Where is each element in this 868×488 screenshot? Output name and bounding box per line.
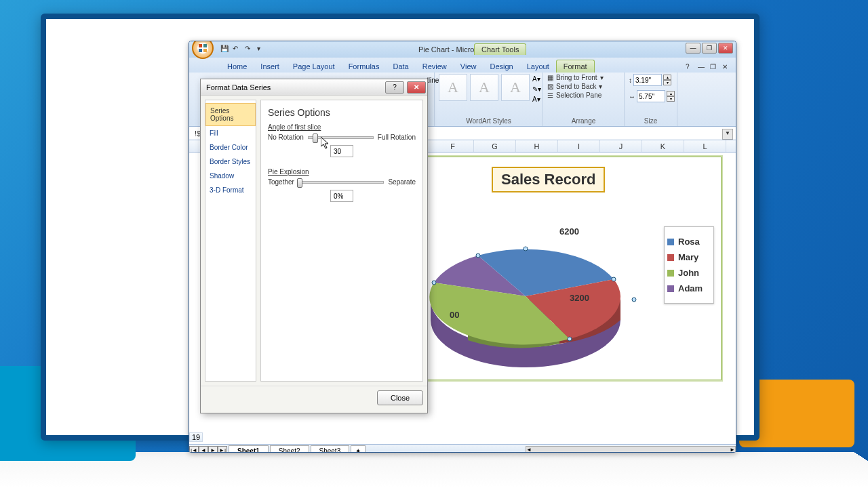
col-I[interactable]: I bbox=[558, 140, 600, 152]
tab-formulas[interactable]: Formulas bbox=[342, 60, 387, 73]
explosion-value-input[interactable] bbox=[330, 190, 353, 202]
maximize-button[interactable]: ❐ bbox=[702, 43, 717, 54]
explosion-left-label: Together bbox=[268, 178, 294, 186]
cat-shadow[interactable]: Shadow bbox=[205, 169, 256, 183]
angle-slider-thumb[interactable] bbox=[313, 134, 318, 143]
text-fill-icon[interactable]: A▾ bbox=[532, 75, 541, 83]
svg-point-10 bbox=[476, 253, 480, 258]
width-icon: ↔ bbox=[629, 93, 635, 100]
sheet-nav-first[interactable]: |◄ bbox=[189, 446, 199, 453]
wordart-style-3[interactable]: A bbox=[501, 74, 530, 101]
dialog-close-button[interactable]: Close bbox=[377, 390, 423, 405]
pie-chart-plot[interactable] bbox=[403, 198, 648, 374]
sheet-tab-2[interactable]: Sheet2 bbox=[270, 445, 309, 453]
tab-home[interactable]: Home bbox=[220, 60, 254, 73]
undo-icon[interactable]: ↶ bbox=[233, 45, 242, 54]
dialog-title: Format Data Series bbox=[206, 83, 271, 92]
shape-height-input[interactable] bbox=[633, 74, 662, 86]
quick-access-toolbar[interactable]: 💾↶↷▾ bbox=[220, 45, 267, 54]
close-button[interactable]: ✕ bbox=[718, 43, 733, 54]
wordart-style-1[interactable]: A bbox=[439, 74, 467, 101]
minimize-button[interactable]: — bbox=[686, 43, 701, 54]
legend-rosa[interactable]: Rosa bbox=[667, 237, 711, 247]
height-up[interactable]: ▴ bbox=[663, 75, 671, 80]
explosion-slider-thumb[interactable] bbox=[297, 178, 302, 188]
data-label-mary[interactable]: 3200 bbox=[570, 293, 589, 303]
arrange-group-label: Arrange bbox=[547, 117, 620, 125]
col-F[interactable]: F bbox=[432, 140, 474, 152]
legend-mary[interactable]: Mary bbox=[667, 252, 711, 262]
col-L[interactable]: L bbox=[684, 140, 726, 152]
tab-view[interactable]: View bbox=[454, 60, 484, 73]
selection-pane[interactable]: ☰Selection Pane bbox=[547, 92, 620, 99]
save-icon[interactable]: 💾 bbox=[220, 45, 230, 54]
col-H[interactable]: H bbox=[516, 140, 558, 152]
wordart-style-2[interactable]: A bbox=[470, 74, 498, 101]
redo-icon[interactable]: ↷ bbox=[245, 45, 254, 54]
width-down[interactable]: ▾ bbox=[667, 96, 675, 102]
bring-to-front[interactable]: ▦Bring to Front▾ bbox=[547, 74, 620, 81]
chart-title[interactable]: Sales Record bbox=[492, 167, 605, 192]
cat-fill[interactable]: Fill bbox=[205, 126, 256, 140]
angle-section-title: Angle of first slice bbox=[268, 123, 416, 131]
legend-john[interactable]: John bbox=[667, 268, 711, 278]
cat-3d-format[interactable]: 3-D Format bbox=[205, 183, 256, 197]
window-min-icon[interactable]: — bbox=[698, 63, 707, 73]
office-button[interactable] bbox=[192, 41, 214, 59]
dialog-close-x[interactable]: ✕ bbox=[407, 81, 426, 94]
help-icon[interactable]: ? bbox=[686, 63, 695, 73]
col-G[interactable]: G bbox=[474, 140, 516, 152]
tab-page-layout[interactable]: Page Layout bbox=[286, 60, 342, 73]
text-effects-icon[interactable]: A▾ bbox=[532, 96, 541, 103]
wordart-group-label: WordArt Styles bbox=[439, 117, 538, 125]
row-header-19[interactable]: 19 bbox=[189, 432, 203, 442]
tab-insert[interactable]: Insert bbox=[254, 60, 286, 73]
explosion-slider[interactable] bbox=[298, 181, 384, 184]
format-data-series-dialog: Format Data Series ? ✕ Series Options Fi… bbox=[200, 79, 428, 413]
horizontal-scrollbar[interactable] bbox=[526, 446, 736, 453]
legend-adam[interactable]: Adam bbox=[667, 283, 711, 293]
dialog-titlebar[interactable]: Format Data Series ? ✕ bbox=[201, 79, 427, 96]
insert-sheet-button[interactable]: ✦ bbox=[351, 445, 366, 453]
screen-capture-frame: 💾↶↷▾ Pie Chart - Microsoft Excel Chart T… bbox=[41, 14, 760, 441]
window-restore-icon[interactable]: ❐ bbox=[710, 63, 719, 73]
col-K[interactable]: K bbox=[642, 140, 684, 152]
tab-layout[interactable]: Layout bbox=[520, 60, 556, 73]
send-to-back[interactable]: ▨Send to Back▾ bbox=[547, 83, 620, 90]
tab-design[interactable]: Design bbox=[483, 60, 519, 73]
cat-border-styles[interactable]: Border Styles bbox=[205, 155, 256, 169]
tab-format[interactable]: Format bbox=[556, 60, 595, 73]
chart-legend[interactable]: Rosa Mary John Adam bbox=[664, 226, 714, 304]
col-J[interactable]: J bbox=[600, 140, 642, 152]
sheet-nav-prev[interactable]: ◄ bbox=[199, 446, 208, 453]
explosion-section-title: Pie Explosion bbox=[268, 168, 416, 176]
send-back-icon: ▨ bbox=[547, 83, 553, 90]
data-label-rosa[interactable]: 6200 bbox=[559, 226, 579, 237]
angle-slider[interactable] bbox=[308, 136, 374, 139]
window-close-icon[interactable]: ✕ bbox=[722, 63, 732, 73]
height-down[interactable]: ▾ bbox=[663, 80, 671, 85]
text-outline-icon[interactable]: ✎▾ bbox=[532, 85, 541, 93]
sheet-tabs: |◄◄►►| Sheet1 Sheet2 Sheet3 ✦ bbox=[189, 444, 736, 453]
width-up[interactable]: ▴ bbox=[667, 91, 675, 96]
sheet-tab-3[interactable]: Sheet3 bbox=[311, 445, 350, 453]
dialog-category-list: Series Options Fill Border Color Border … bbox=[205, 100, 256, 382]
selection-pane-icon: ☰ bbox=[547, 92, 553, 99]
angle-left-label: No Rotation bbox=[268, 134, 304, 141]
bring-front-icon: ▦ bbox=[547, 74, 553, 81]
ribbon-tabs: Home Insert Page Layout Formulas Data Re… bbox=[189, 58, 736, 73]
tab-data[interactable]: Data bbox=[386, 60, 415, 73]
angle-value-input[interactable] bbox=[330, 145, 353, 157]
sheet-tab-1[interactable]: Sheet1 bbox=[229, 445, 269, 453]
dialog-help-button[interactable]: ? bbox=[385, 81, 404, 94]
cat-border-color[interactable]: Border Color bbox=[205, 140, 256, 155]
tab-review[interactable]: Review bbox=[416, 60, 454, 73]
data-label-john-partial[interactable]: 00 bbox=[450, 310, 459, 320]
qat-more-icon[interactable]: ▾ bbox=[257, 45, 267, 54]
cat-series-options[interactable]: Series Options bbox=[205, 103, 256, 126]
sheet-nav-next[interactable]: ► bbox=[208, 446, 218, 453]
svg-rect-5 bbox=[199, 44, 202, 47]
svg-rect-8 bbox=[203, 49, 207, 52]
sheet-nav-last[interactable]: ►| bbox=[218, 446, 227, 453]
shape-width-input[interactable] bbox=[637, 90, 665, 102]
